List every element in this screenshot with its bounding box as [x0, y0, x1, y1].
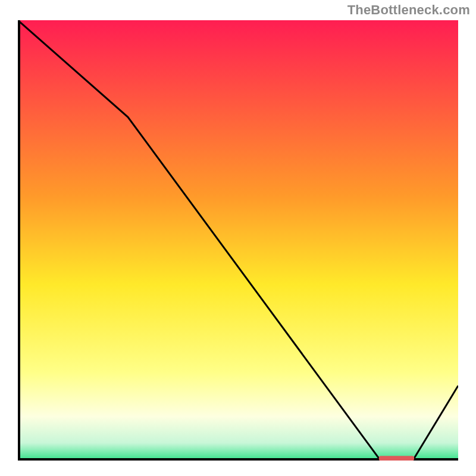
- attribution-label: TheBottleneck.com: [347, 2, 470, 18]
- plot-area: [18, 20, 458, 461]
- gradient-background: [18, 20, 458, 461]
- chart-container: TheBottleneck.com: [0, 0, 476, 476]
- chart-svg: [18, 20, 458, 461]
- highlight-marker: [379, 456, 414, 461]
